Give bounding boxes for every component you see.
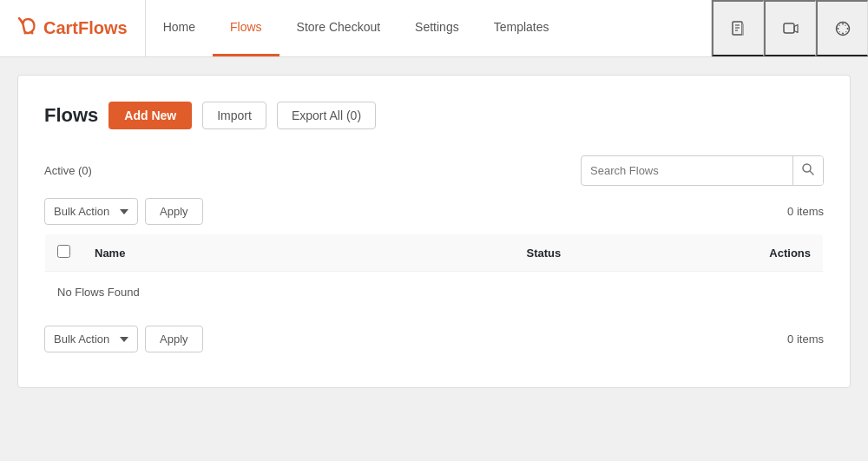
logo[interactable]: CartFlows <box>0 0 146 56</box>
table-header-status: Status <box>450 234 636 272</box>
nav-icons <box>711 0 868 56</box>
bulk-bottom-items-count: 0 items <box>787 333 824 346</box>
page-title: Flows <box>44 104 98 127</box>
import-button[interactable]: Import <box>202 102 266 129</box>
export-all-button[interactable]: Export All (0) <box>277 102 376 129</box>
help-icon-button[interactable] <box>816 0 868 56</box>
book-icon-button[interactable] <box>712 0 764 56</box>
bulk-top-select[interactable]: Bulk Action <box>44 198 138 225</box>
table-header-name: Name <box>82 234 450 272</box>
svg-point-0 <box>24 31 27 34</box>
top-navigation: CartFlows Home Flows Store Checkout Sett… <box>0 0 868 57</box>
svg-line-18 <box>810 171 813 175</box>
flows-table: Name Status Actions No Flows Found <box>44 234 824 313</box>
svg-point-1 <box>31 31 34 34</box>
nav-item-store-checkout[interactable]: Store Checkout <box>279 0 398 56</box>
select-all-checkbox[interactable] <box>57 245 70 258</box>
nav-item-home[interactable]: Home <box>146 0 213 56</box>
add-new-button[interactable]: Add New <box>108 102 192 129</box>
svg-point-11 <box>846 28 848 30</box>
table-empty-message: No Flows Found <box>45 272 824 313</box>
table-header-row: Name Status Actions <box>45 234 824 272</box>
bulk-top-items-count: 0 items <box>787 205 824 218</box>
card-header: Flows Add New Import Export All (0) <box>44 102 824 129</box>
bulk-top-apply-button[interactable]: Apply <box>145 198 203 225</box>
nav-menu: Home Flows Store Checkout Settings Templ… <box>146 0 711 56</box>
bulk-top-row: Bulk Action Apply 0 items <box>44 198 824 225</box>
nav-item-templates[interactable]: Templates <box>477 0 567 56</box>
svg-point-9 <box>837 28 838 30</box>
table-empty-row: No Flows Found <box>45 272 824 313</box>
svg-line-14 <box>845 24 845 25</box>
table-header-checkbox <box>45 234 83 272</box>
search-button[interactable] <box>792 156 823 185</box>
active-filter-label: Active (0) <box>44 164 92 177</box>
filter-row: Active (0) <box>44 155 824 186</box>
logo-text: CartFlows <box>43 18 128 38</box>
svg-rect-7 <box>784 23 794 33</box>
svg-rect-6 <box>742 23 744 36</box>
search-input[interactable] <box>582 157 792 184</box>
bulk-top-left: Bulk Action Apply <box>44 198 203 225</box>
logo-icon <box>17 16 38 41</box>
bulk-bottom-left: Bulk Action Apply <box>44 326 203 352</box>
main-content: Flows Add New Import Export All (0) Acti… <box>0 57 868 405</box>
search-wrap <box>581 155 824 186</box>
video-icon-button[interactable] <box>764 0 816 56</box>
table-header-actions: Actions <box>637 234 824 272</box>
nav-item-settings[interactable]: Settings <box>398 0 477 56</box>
bulk-bottom-select[interactable]: Bulk Action <box>44 326 138 352</box>
svg-point-12 <box>842 32 844 34</box>
svg-line-15 <box>838 31 839 32</box>
flows-card: Flows Add New Import Export All (0) Acti… <box>17 75 851 388</box>
svg-point-10 <box>842 23 844 24</box>
nav-item-flows[interactable]: Flows <box>213 0 279 56</box>
bulk-bottom-apply-button[interactable]: Apply <box>145 326 203 352</box>
bulk-bottom-row: Bulk Action Apply 0 items <box>44 326 824 352</box>
svg-line-13 <box>838 24 839 25</box>
svg-line-16 <box>845 31 846 32</box>
